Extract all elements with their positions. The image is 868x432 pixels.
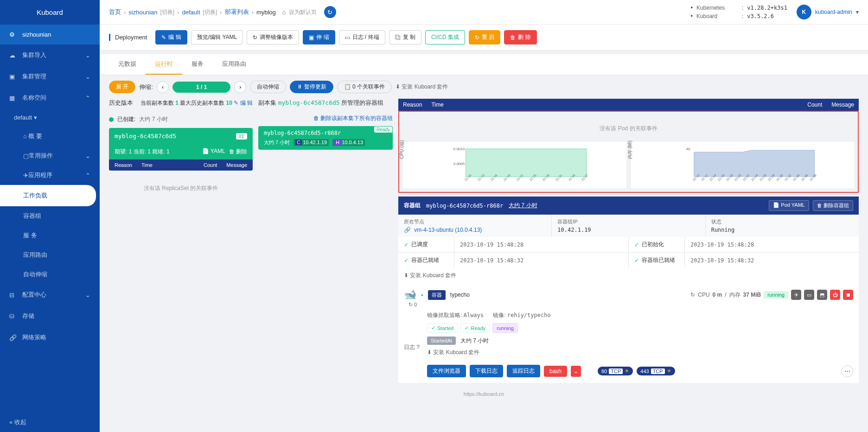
- user-menu[interactable]: K kuboard-admin ▾: [797, 5, 859, 19]
- pod-yaml-button[interactable]: 📄 Pod YAML: [769, 200, 809, 211]
- check-icon: ✓: [634, 241, 639, 248]
- tab-runtime[interactable]: 运行时: [146, 54, 182, 75]
- scale-down-button[interactable]: ‹: [157, 81, 169, 93]
- folder-icon: ▢: [23, 152, 29, 159]
- check-icon: ✓: [404, 257, 408, 264]
- expand-button[interactable]: 展 开: [109, 81, 135, 93]
- sliders-icon: ⊟: [9, 292, 18, 299]
- copy-button[interactable]: ⿻复 制: [389, 30, 421, 44]
- bash-dropdown[interactable]: ⌄: [571, 366, 581, 377]
- node-link[interactable]: 🔗 vm-4-13-ubuntu (10.0.4.13): [404, 227, 546, 233]
- sidebar-network[interactable]: 🔗 网络策略: [0, 327, 100, 348]
- chevron-down-icon: ▾: [856, 9, 859, 15]
- scale-button[interactable]: ▣伸 缩: [303, 30, 335, 44]
- sidebar-pods[interactable]: 容器组: [0, 206, 100, 226]
- terminal-icon-button[interactable]: ✈: [791, 290, 801, 300]
- sidebar-overview[interactable]: ⌂ 概 要: [0, 127, 100, 146]
- help-icon[interactable]: ?: [416, 344, 420, 350]
- more-button[interactable]: ⋯: [841, 365, 853, 377]
- edit-button[interactable]: ✎编 辑: [155, 30, 187, 44]
- logs-button[interactable]: ▭日志 / 终端: [339, 30, 385, 44]
- sidebar-workload[interactable]: 工作负载: [0, 185, 96, 206]
- file-browser-button[interactable]: 文件浏览器: [427, 365, 466, 377]
- charts: CPU (核) 0.0010 0.0005 22:10 22:13 22:16: [403, 142, 854, 188]
- link-icon: 🔗: [9, 334, 18, 341]
- install-suite-link[interactable]: ⬇ 安装 Kuboard 套件: [398, 268, 859, 283]
- tab-metadata[interactable]: 元数据: [109, 54, 146, 75]
- restart-button[interactable]: ↻重 启: [469, 30, 500, 44]
- events-button[interactable]: 📋 0 个关联事件: [337, 81, 392, 93]
- home-icon: ⌂: [23, 133, 28, 140]
- footer-link[interactable]: https://kuboard.cn: [100, 388, 868, 400]
- chevron-down-icon: ⌄: [85, 152, 90, 159]
- breadcrumb-ns[interactable]: default: [182, 9, 200, 16]
- port-80[interactable]: 80 TCP ☀: [598, 367, 633, 375]
- stop-icon-button[interactable]: ⏹: [843, 290, 853, 300]
- grid-icon: ▦: [9, 95, 18, 102]
- svg-text:40: 40: [686, 147, 690, 151]
- box-icon: ▣: [9, 73, 18, 80]
- sidebar-namespace-default[interactable]: default ▾: [0, 108, 100, 127]
- chevron-up-icon: ⌃: [85, 95, 90, 102]
- mirror-button[interactable]: ↻调整镜像版本: [247, 30, 299, 44]
- sidebar-storage[interactable]: ⛁ 存储: [0, 305, 100, 327]
- svg-rect-2: [466, 149, 587, 177]
- trace-log-button[interactable]: 追踪日志: [507, 365, 540, 377]
- install-link[interactable]: ⬇ 安装 Kuboard 套件: [396, 83, 448, 91]
- refresh-button[interactable]: ↻: [324, 6, 336, 18]
- set-default[interactable]: 设为默认页: [289, 8, 317, 16]
- sidebar-hpa[interactable]: 自动伸缩: [0, 265, 100, 284]
- sidebar-item-import[interactable]: ☁ 集群导入 ⌄: [0, 44, 100, 66]
- actionbar: Deployment ✎编 辑 预览/编辑 YAML ↻调整镜像版本 ▣伸 缩 …: [100, 25, 868, 51]
- sidebar-ingress[interactable]: 应用路由: [0, 245, 100, 265]
- sidebar-item-cluster[interactable]: ▣ 集群管理 ⌄: [0, 66, 100, 87]
- breadcrumb-name: myblog: [256, 9, 276, 16]
- logs-icon-button[interactable]: ▭: [804, 290, 814, 300]
- delete-all-pods[interactable]: 🗑 删除该副本集下所有的容器组: [313, 115, 393, 121]
- tab-service[interactable]: 服务: [182, 54, 213, 75]
- sidebar-item-namespace[interactable]: ▦ 名称空间 ⌃: [0, 87, 100, 108]
- docker-icon: 🐋: [404, 289, 416, 301]
- topbar: 首页 › sizhounian [切换] › default [切换] › 部署…: [100, 0, 868, 25]
- autoscale-button[interactable]: 自动伸缩: [250, 81, 286, 93]
- sidebar-cluster[interactable]: ⚙ sizhounian: [0, 25, 100, 44]
- breadcrumb-cluster[interactable]: sizhounian: [128, 9, 157, 16]
- delete-button[interactable]: 🗑删 除: [504, 30, 536, 44]
- sync-icon: ↻: [253, 34, 257, 41]
- edit-icon: ✎: [161, 34, 166, 41]
- download-log-button[interactable]: 下载日志: [470, 365, 503, 377]
- sidebar-services[interactable]: 服 务: [0, 226, 100, 245]
- replicaset-card[interactable]: myblog-6c4587c6d5 #1 期望: 1 当前: 1 就绪: 1 📄…: [109, 128, 253, 171]
- kind-label: Deployment: [109, 34, 147, 41]
- pod-card[interactable]: Ready myblog-6c4587c6d5-r868r 大约 7 小时 C1…: [258, 126, 393, 150]
- tab-ingress[interactable]: 应用路由: [213, 54, 255, 75]
- sidebar-collapse[interactable]: « 收起: [0, 413, 100, 432]
- app-title: Kuboard: [0, 0, 100, 25]
- breadcrumb-home[interactable]: 首页: [109, 8, 121, 16]
- gear-icon: ⚙: [9, 31, 18, 38]
- scale-up-button[interactable]: ›: [234, 81, 246, 93]
- cloud-icon: ☁: [9, 52, 18, 59]
- yaml-button[interactable]: 预览/编辑 YAML: [191, 30, 243, 44]
- edit-history-button[interactable]: ✎ 编 辑: [234, 100, 253, 106]
- pause-button[interactable]: ⏸ 暂停更新: [290, 81, 333, 93]
- install-suite-link2[interactable]: ⬇ 安装 Kuboard 套件: [421, 345, 853, 360]
- breadcrumb-switch2[interactable]: [切换]: [203, 8, 217, 16]
- cpu-chart: CPU (核) 0.0010 0.0005 22:10 22:13 22:16: [403, 142, 626, 188]
- sidebar-common-ops[interactable]: ▢ 常用操作 ⌄: [0, 146, 100, 165]
- breadcrumb-deploy-list[interactable]: 部署列表: [225, 8, 249, 16]
- cicd-button[interactable]: CI/CD 集成: [425, 30, 465, 44]
- pause-icon: ⏸: [297, 83, 304, 90]
- detail-panel: Reason Time Count Message 没有该 Pod 的关联事件 …: [398, 99, 859, 383]
- shell-icon-button[interactable]: ⬒: [817, 290, 827, 300]
- port-443[interactable]: 443 TCP ☀: [637, 367, 675, 375]
- rs-yaml-button[interactable]: 📄 YAML: [202, 148, 225, 156]
- sidebar-config[interactable]: ⊟ 配置中心 ⌄: [0, 284, 100, 305]
- delete-pod-button[interactable]: 🗑 删除容器组: [813, 200, 853, 211]
- bash-button[interactable]: bash: [544, 366, 567, 377]
- annotation-box: 没有该 Pod 的关联事件 CPU (核) 0.0010 0.0005 22:1…: [398, 111, 859, 193]
- breadcrumb-switch[interactable]: [切换]: [160, 8, 175, 16]
- power-icon-button[interactable]: ⏻: [830, 290, 840, 300]
- rs-delete-button[interactable]: 🗑 删除: [229, 148, 247, 156]
- sidebar-apps[interactable]: ✈ 应用程序 ⌃: [0, 165, 100, 185]
